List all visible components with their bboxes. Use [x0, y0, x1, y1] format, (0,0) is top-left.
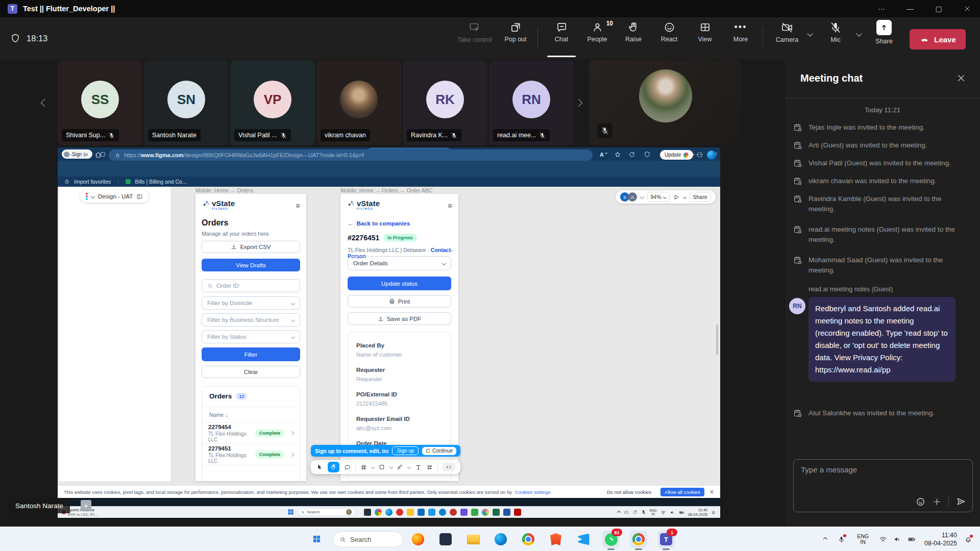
canvas-scrollbar[interactable]	[716, 324, 718, 355]
move-tool-icon[interactable]	[316, 463, 323, 471]
pen-tool-icon[interactable]	[397, 464, 403, 470]
widgets-tool-icon[interactable]	[426, 464, 433, 471]
mic-button[interactable]: Mic	[819, 21, 852, 43]
window-minimize-button[interactable]: —	[899, 0, 921, 17]
read-aloud-icon[interactable]: A⌃	[600, 152, 608, 158]
frame-label[interactable]: Mobile: Home → Orders	[195, 187, 253, 193]
onedrive-icon[interactable]	[624, 510, 629, 515]
word-icon[interactable]	[503, 509, 510, 516]
chevron-down-icon[interactable]	[371, 465, 375, 469]
tray-chevron-icon[interactable]	[617, 510, 620, 514]
column-header-name[interactable]: Name ↓	[209, 412, 228, 418]
participant-tile[interactable]: vikram chavan	[316, 60, 401, 145]
export-csv-button[interactable]: Export CSV	[202, 241, 300, 253]
leave-button[interactable]: Leave	[910, 29, 966, 49]
collaborators-chevron[interactable]	[640, 195, 644, 199]
participant-tile[interactable]: SS Shivani Sup...	[58, 60, 142, 145]
app-icon[interactable]	[437, 531, 454, 548]
photos-icon[interactable]	[364, 509, 371, 516]
hand-tool-icon[interactable]	[328, 462, 339, 472]
volume-icon[interactable]	[670, 510, 675, 515]
filmstrip-next-chevron[interactable]	[575, 99, 583, 107]
notification-bell-icon[interactable]	[964, 527, 973, 551]
order-id-input[interactable]: Order ID	[202, 279, 300, 292]
update-button[interactable]: Update	[660, 150, 693, 160]
more-button[interactable]: ••• More	[724, 21, 757, 43]
order-row[interactable]: 2279454TL Flex Holdings LLC Complete	[208, 423, 293, 443]
wifi-icon[interactable]	[879, 527, 887, 551]
update-status-button[interactable]: Update status	[348, 277, 451, 290]
cookie-close-icon[interactable]: ✕	[709, 489, 714, 495]
shape-tool-icon[interactable]	[379, 464, 385, 470]
chat-message-input[interactable]: Type a message	[793, 459, 973, 512]
participant-tile-large[interactable]	[589, 60, 742, 145]
layers-panel-icon[interactable]	[136, 193, 143, 200]
window-maximize-button[interactable]: ▢	[927, 0, 950, 17]
clear-button[interactable]: Clear	[202, 366, 300, 378]
skype-icon[interactable]	[439, 509, 446, 516]
signup-button[interactable]: Sign up	[392, 446, 419, 455]
designer-icon[interactable]	[482, 509, 489, 516]
take-control-button[interactable]: Take control	[458, 21, 492, 43]
dev-mode-toggle[interactable]	[443, 463, 455, 471]
filmstrip-prev-chevron[interactable]	[41, 99, 49, 107]
favorites-star-icon[interactable]	[614, 151, 621, 158]
volume-icon[interactable]	[893, 527, 901, 551]
vscode-icon[interactable]	[575, 531, 592, 548]
chat-close-icon[interactable]	[957, 73, 966, 83]
taskbar-search[interactable]: Search	[333, 531, 403, 547]
participant-tile[interactable]: VP Vishal Patil ...	[230, 60, 315, 145]
print-button[interactable]: Print	[348, 295, 451, 308]
file-explorer-icon[interactable]	[464, 531, 482, 548]
participant-tile[interactable]: RN read.ai mee...	[489, 60, 574, 145]
language-indicator[interactable]: ENGIN	[857, 527, 869, 551]
bookmark-bills[interactable]: Bills | Billing and Co...	[135, 179, 186, 185]
battery-icon[interactable]	[679, 510, 684, 515]
figma-file-chip[interactable]: Design - UAT	[80, 190, 149, 203]
people-button[interactable]: People 10	[580, 21, 614, 43]
zoom-control[interactable]: 94%	[647, 192, 670, 202]
whatsapp-icon[interactable]: 81	[602, 531, 620, 548]
view-button[interactable]: View	[688, 21, 722, 43]
comment-tool-icon[interactable]	[344, 464, 351, 471]
present-play-icon[interactable]	[673, 194, 680, 201]
tray-expand[interactable]	[824, 527, 827, 551]
chevron-down-icon[interactable]	[389, 465, 393, 469]
settings-dots-icon[interactable]: ···	[693, 150, 702, 159]
menu-icon[interactable]: ≡	[448, 201, 452, 210]
participant-tile[interactable]: SN Santosh Narate	[144, 60, 229, 145]
window-close-button[interactable]	[956, 0, 978, 17]
google-continue-button[interactable]: G Continue	[422, 447, 456, 455]
mic-in-use-icon[interactable]	[838, 527, 846, 551]
outlook-icon[interactable]	[428, 509, 435, 516]
wifi-icon[interactable]	[660, 510, 666, 515]
filter-button[interactable]: Filter	[202, 347, 300, 361]
address-bar[interactable]: https://www.figma.com/design/9BKQ0FOHRWa…	[109, 149, 593, 161]
text-tool-icon[interactable]	[415, 464, 422, 471]
edge-icon[interactable]	[492, 531, 509, 548]
teams-icon[interactable]: T 1	[657, 531, 675, 548]
refresh-icon[interactable]	[80, 151, 88, 159]
todo-icon[interactable]	[471, 509, 478, 516]
home-icon[interactable]	[94, 151, 102, 159]
window-more-button[interactable]: ···	[870, 0, 893, 17]
save-pdf-button[interactable]: Save as PDF	[348, 312, 451, 325]
order-row[interactable]: 2279451TL Flex Holdings LLC Complete	[208, 444, 293, 465]
bookmark-import[interactable]: Import favorites	[74, 179, 111, 185]
battery-icon[interactable]	[908, 527, 916, 551]
filter-business-select[interactable]: Filter by Business Structure	[202, 313, 300, 327]
attach-plus-icon[interactable]	[933, 497, 941, 506]
file-explorer-icon[interactable]	[407, 509, 414, 516]
figma-share-button[interactable]: Share	[690, 192, 711, 202]
menu-icon[interactable]: ≡	[296, 201, 300, 210]
mcafee-icon[interactable]	[450, 509, 457, 516]
start-button[interactable]	[313, 536, 320, 542]
collaborator-avatar[interactable]: A	[628, 192, 637, 202]
view-drafts-button[interactable]: View Drafts	[202, 259, 300, 271]
back-icon[interactable]	[65, 151, 73, 159]
edge-icon[interactable]	[385, 509, 393, 516]
cookie-settings-link[interactable]: Cookies settings	[515, 489, 551, 495]
firefox-icon[interactable]	[409, 531, 427, 548]
edge-profile-icon[interactable]	[707, 151, 716, 160]
chat-button[interactable]: Chat	[545, 21, 578, 43]
